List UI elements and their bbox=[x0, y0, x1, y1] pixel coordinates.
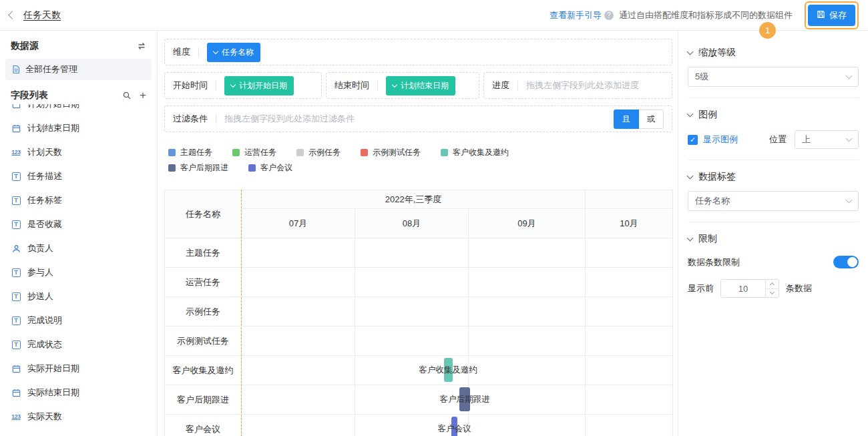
chevron-down-icon bbox=[687, 235, 694, 242]
add-field-icon[interactable]: + bbox=[140, 91, 146, 100]
chevron-down-icon bbox=[687, 111, 694, 118]
legend-item[interactable]: 客户后期跟进 bbox=[168, 162, 228, 174]
limit-section-header[interactable]: 限制 bbox=[688, 233, 859, 245]
gantt-month-header: 10月 bbox=[586, 209, 673, 238]
divider bbox=[688, 160, 859, 160]
field-item[interactable]: T任务标签 bbox=[0, 188, 157, 212]
start-field-tag[interactable]: 计划开始日期 bbox=[224, 76, 294, 95]
filter-and-button[interactable]: 且 bbox=[614, 110, 639, 129]
legend-position-select[interactable]: 上 bbox=[795, 130, 859, 149]
divider bbox=[198, 47, 199, 57]
legend-section-header[interactable]: 图例 bbox=[688, 109, 859, 121]
gantt-cell bbox=[469, 268, 586, 297]
data-label-section-title: 数据标签 bbox=[698, 171, 736, 183]
help-icon[interactable]: ? bbox=[604, 11, 614, 20]
gantt-cell bbox=[242, 297, 355, 326]
filter-placeholder: 拖拽左侧字段到此处添加过滤条件 bbox=[224, 113, 355, 125]
end-time-dropzone[interactable]: 结束时间 计划结束日期 bbox=[326, 72, 479, 99]
legend-position-label: 位置 bbox=[769, 134, 787, 146]
sidebar-datasource: 数据源 全部任务管理 字段列表 + 计划开始日期计划结束日期123计划天数T任务… bbox=[0, 31, 158, 436]
chevron-down-icon bbox=[687, 173, 694, 180]
field-item[interactable]: 负责人 bbox=[0, 236, 157, 260]
legend-item[interactable]: 示例任务 bbox=[296, 147, 341, 158]
legend-item[interactable]: 客户会议 bbox=[248, 162, 292, 174]
search-icon[interactable] bbox=[122, 91, 132, 100]
legend-label: 示例任务 bbox=[308, 147, 341, 158]
save-button[interactable]: 保存 bbox=[808, 5, 855, 26]
gantt-cell bbox=[469, 415, 586, 436]
filter-or-button[interactable]: 或 bbox=[639, 110, 664, 129]
field-item[interactable]: 实际开始日期 bbox=[0, 357, 157, 381]
field-item[interactable]: T完成状态 bbox=[0, 333, 157, 357]
datasource-item[interactable]: 全部任务管理 bbox=[5, 59, 152, 80]
field-item[interactable]: T参与人 bbox=[0, 260, 157, 284]
legend-label: 运营任务 bbox=[244, 147, 276, 158]
text-icon: T bbox=[11, 172, 21, 181]
field-item[interactable]: T抄送人 bbox=[0, 284, 157, 308]
legend-item[interactable]: 运营任务 bbox=[232, 147, 276, 158]
guide-link[interactable]: 查看新手引导 bbox=[550, 9, 602, 21]
task-row-label: 主题任务 bbox=[165, 238, 242, 268]
field-item[interactable]: 计划开始日期 bbox=[0, 104, 157, 116]
legend-label: 主题任务 bbox=[180, 147, 212, 158]
zoom-section-header[interactable]: 缩放等级 bbox=[688, 47, 859, 59]
show-legend-label[interactable]: 显示图例 bbox=[703, 134, 738, 146]
page-title[interactable]: 任务天数 bbox=[23, 9, 61, 21]
legend-item[interactable]: 示例测试任务 bbox=[361, 147, 421, 158]
end-field-tag[interactable]: 计划结束日期 bbox=[386, 76, 455, 95]
field-item[interactable]: 123实际天数 bbox=[0, 405, 157, 429]
stepper-down-button[interactable] bbox=[766, 288, 779, 298]
divider bbox=[216, 114, 216, 124]
row-limit-stepper[interactable]: 10 bbox=[720, 279, 779, 298]
field-item[interactable]: 实际结束日期 bbox=[0, 381, 157, 405]
field-item[interactable]: 123计划天数 bbox=[0, 140, 157, 164]
text-icon: T bbox=[11, 196, 21, 205]
zoom-section-title: 缩放等级 bbox=[698, 47, 736, 59]
chart-builder-main: 维度 任务名称 开始时间 计划开始日期 结束时间 计划结束日期 进度 拖拽左侧字… bbox=[158, 31, 678, 436]
calendar-icon bbox=[11, 124, 21, 133]
dimension-field-tag[interactable]: 任务名称 bbox=[207, 43, 260, 62]
field-item-label: 实际结束日期 bbox=[27, 387, 79, 399]
legend-label: 示例测试任务 bbox=[373, 147, 421, 158]
field-item-label: 是否收藏 bbox=[27, 218, 62, 230]
filter-dropzone[interactable]: 过滤条件 拖拽左侧字段到此处添加过滤条件 且 或 bbox=[164, 105, 672, 132]
legend-item[interactable]: 客户收集及邀约 bbox=[441, 147, 509, 158]
start-time-label: 开始时间 bbox=[173, 79, 208, 91]
progress-dropzone[interactable]: 进度 拖拽左侧字段到此处添加进度 bbox=[483, 72, 672, 99]
zoom-level-select[interactable]: 5级 bbox=[688, 67, 859, 87]
dimension-label: 维度 bbox=[173, 46, 190, 58]
save-icon bbox=[817, 10, 825, 21]
gantt-cell bbox=[469, 356, 586, 385]
document-icon bbox=[11, 65, 21, 74]
start-time-dropzone[interactable]: 开始时间 计划开始日期 bbox=[164, 72, 322, 99]
number-icon: 123 bbox=[11, 413, 21, 420]
data-label-select[interactable]: 任务名称 bbox=[688, 191, 859, 211]
gantt-cell bbox=[586, 415, 673, 436]
chart-legend: 主题任务运营任务示例任务示例测试任务客户收集及邀约 客户后期跟进客户会议 bbox=[168, 147, 672, 174]
legend-item[interactable]: 主题任务 bbox=[168, 147, 212, 158]
back-icon[interactable] bbox=[8, 11, 17, 19]
field-item[interactable]: 计划结束日期 bbox=[0, 116, 157, 140]
settings-panel: 缩放等级 5级 图例 ✓ 显示图例 位置 上 数据标签 任务名称 bbox=[678, 31, 868, 436]
gantt-cell bbox=[586, 297, 673, 326]
gantt-cell bbox=[355, 356, 469, 385]
gantt-cell bbox=[586, 268, 673, 297]
legend-swatch bbox=[441, 149, 448, 156]
gantt-cell bbox=[242, 385, 355, 415]
field-item[interactable]: 图片 bbox=[0, 429, 157, 436]
field-item-label: 参与人 bbox=[27, 266, 53, 278]
chevron-down-icon bbox=[846, 197, 853, 204]
row-limit-toggle[interactable] bbox=[833, 256, 859, 268]
annotation-highlight-box: 保存 bbox=[805, 1, 859, 29]
dimension-dropzone[interactable]: 维度 任务名称 bbox=[164, 39, 672, 65]
data-label-section-header[interactable]: 数据标签 bbox=[688, 171, 859, 183]
switch-datasource-icon[interactable] bbox=[137, 41, 146, 51]
field-item[interactable]: T完成说明 bbox=[0, 308, 157, 333]
filter-logic-switch: 且 或 bbox=[614, 110, 664, 129]
filter-label: 过滤条件 bbox=[173, 113, 208, 125]
show-legend-checkbox[interactable]: ✓ bbox=[688, 135, 698, 145]
field-item[interactable]: T任务描述 bbox=[0, 164, 157, 188]
field-item[interactable]: T是否收藏 bbox=[0, 212, 157, 236]
stepper-up-button[interactable] bbox=[766, 280, 779, 288]
row-limit-value[interactable]: 10 bbox=[721, 280, 765, 297]
